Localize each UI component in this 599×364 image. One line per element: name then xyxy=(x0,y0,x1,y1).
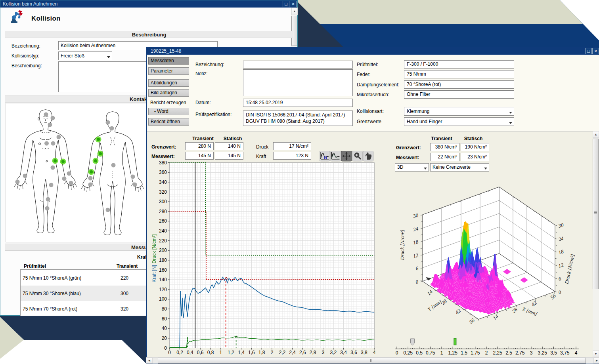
svg-text:3,75: 3,75 xyxy=(560,350,570,356)
svg-text:0: 0 xyxy=(415,278,419,285)
svg-text:20: 20 xyxy=(162,335,167,341)
svg-text:Druck [N/cm²]: Druck [N/cm²] xyxy=(151,234,157,263)
svg-text:60: 60 xyxy=(162,316,167,322)
svg-text:42: 42 xyxy=(454,307,462,315)
svg-text:1,4: 1,4 xyxy=(238,350,245,355)
svg-text:2,8: 2,8 xyxy=(310,350,316,355)
svg-text:2,75: 2,75 xyxy=(515,350,525,356)
svg-text:40: 40 xyxy=(162,326,167,331)
svg-text:1,8: 1,8 xyxy=(258,350,265,355)
svg-text:280: 280 xyxy=(159,209,167,214)
svg-text:0: 0 xyxy=(396,350,398,356)
svg-text:X [mm]: X [mm] xyxy=(521,306,538,317)
svg-text:80: 80 xyxy=(162,306,167,312)
svg-text:180: 180 xyxy=(159,257,167,263)
svg-text:Druck [N/cm²]: Druck [N/cm²] xyxy=(563,253,576,285)
svg-text:0: 0 xyxy=(168,350,171,355)
svg-text:260: 260 xyxy=(159,218,167,224)
svg-text:1,75: 1,75 xyxy=(471,350,480,356)
svg-text:0: 0 xyxy=(164,345,167,351)
svg-text:300: 300 xyxy=(159,199,167,204)
svg-text:1,5: 1,5 xyxy=(461,350,467,356)
svg-text:340: 340 xyxy=(159,179,167,185)
svg-text:6: 6 xyxy=(558,276,562,282)
svg-text:2,2: 2,2 xyxy=(279,350,285,355)
svg-text:200: 200 xyxy=(159,248,167,253)
svg-text:1: 1 xyxy=(219,350,222,355)
svg-text:0,25: 0,25 xyxy=(404,350,413,356)
svg-text:3,8: 3,8 xyxy=(361,350,367,355)
svg-text:1: 1 xyxy=(440,350,443,356)
svg-text:3: 3 xyxy=(530,350,533,356)
svg-text:0,6: 0,6 xyxy=(197,350,204,355)
svg-text:2,5: 2,5 xyxy=(505,350,512,356)
svg-text:3,25: 3,25 xyxy=(538,350,547,356)
svg-text:Kraft [N]: Kraft [N] xyxy=(151,265,157,282)
svg-text:56: 56 xyxy=(468,317,476,325)
svg-text:380: 380 xyxy=(159,160,167,166)
svg-text:14: 14 xyxy=(426,288,434,296)
svg-text:1,25: 1,25 xyxy=(448,350,458,356)
svg-text:28: 28 xyxy=(511,306,519,314)
svg-text:100: 100 xyxy=(159,296,167,302)
svg-text:360: 360 xyxy=(159,170,167,175)
svg-text:0: 0 xyxy=(558,289,562,295)
svg-text:3: 3 xyxy=(322,350,325,355)
svg-text:12: 12 xyxy=(558,262,565,269)
svg-text:2: 2 xyxy=(485,350,488,356)
svg-text:24: 24 xyxy=(558,235,565,242)
svg-text:42: 42 xyxy=(530,299,538,307)
svg-text:3,5: 3,5 xyxy=(550,350,557,356)
svg-text:30: 30 xyxy=(412,212,419,219)
svg-text:6: 6 xyxy=(415,265,419,271)
svg-text:3,2: 3,2 xyxy=(330,350,337,355)
svg-text:2,4: 2,4 xyxy=(289,350,296,355)
svg-text:220: 220 xyxy=(159,238,167,244)
svg-text:1,2: 1,2 xyxy=(228,350,234,355)
svg-text:2,25: 2,25 xyxy=(493,350,503,356)
svg-text:2: 2 xyxy=(271,350,274,355)
svg-text:2,6: 2,6 xyxy=(299,350,306,355)
svg-text:0,8: 0,8 xyxy=(207,350,214,355)
svg-text:3,4: 3,4 xyxy=(340,350,347,355)
svg-text:18: 18 xyxy=(412,238,419,246)
svg-text:240: 240 xyxy=(159,228,167,234)
svg-text:4: 4 xyxy=(575,350,578,356)
svg-text:24: 24 xyxy=(412,225,419,233)
svg-text:12: 12 xyxy=(412,252,419,259)
svg-text:18: 18 xyxy=(558,248,565,255)
svg-text:4: 4 xyxy=(373,350,376,355)
svg-text:0,5: 0,5 xyxy=(416,350,423,356)
svg-text:0,2: 0,2 xyxy=(176,350,183,355)
svg-text:3,6: 3,6 xyxy=(350,350,357,355)
svg-text:0,4: 0,4 xyxy=(187,350,193,355)
svg-text:140: 140 xyxy=(159,277,167,282)
svg-text:1,6: 1,6 xyxy=(248,350,255,355)
svg-text:0,75: 0,75 xyxy=(426,350,435,356)
svg-text:56: 56 xyxy=(549,292,557,300)
svg-text:160: 160 xyxy=(159,267,167,273)
svg-text:120: 120 xyxy=(159,287,167,292)
svg-text:320: 320 xyxy=(159,189,167,195)
svg-text:Druck [N/cm²]: Druck [N/cm²] xyxy=(399,229,405,260)
svg-text:30: 30 xyxy=(557,222,565,229)
svg-text:Y [mm]: Y [mm] xyxy=(427,299,443,312)
